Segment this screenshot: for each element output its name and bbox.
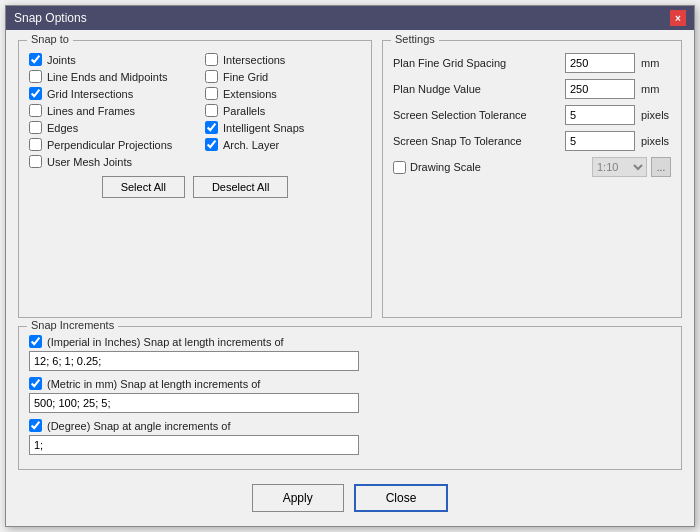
snap-options-dialog: Snap Options × Snap to Joints Line Ends … [5, 5, 695, 527]
snap-increments-panel: Snap Increments (Imperial in Inches) Sna… [18, 326, 682, 470]
drawingscale-checkbox[interactable] [393, 161, 406, 174]
lineends-checkbox[interactable] [29, 70, 42, 83]
intelligentsnaps-label: Intelligent Snaps [223, 122, 304, 134]
usermesh-checkbox[interactable] [29, 155, 42, 168]
close-icon-button[interactable]: × [670, 10, 686, 26]
dialog-content: Snap to Joints Line Ends and Midpoints [6, 30, 694, 526]
checkbox-usermesh: User Mesh Joints [29, 155, 185, 168]
top-section: Snap to Joints Line Ends and Midpoints [18, 40, 682, 318]
degree-label: (Degree) Snap at angle increments of [47, 420, 230, 432]
dialog-title: Snap Options [14, 11, 87, 25]
degree-input[interactable] [29, 435, 359, 455]
intersections-label: Intersections [223, 54, 285, 66]
screensnap-unit: pixels [641, 135, 671, 147]
snap-to-panel: Snap to Joints Line Ends and Midpoints [18, 40, 372, 318]
metric-input[interactable] [29, 393, 359, 413]
checkbox-linesframes: Lines and Frames [29, 104, 185, 117]
metric-increment-row: (Metric in mm) Snap at length increments… [29, 377, 671, 413]
setting-plannudge: Plan Nudge Value mm [393, 79, 671, 99]
snap-to-columns: Joints Line Ends and Midpoints Grid Inte… [29, 53, 361, 168]
perpendicular-checkbox[interactable] [29, 138, 42, 151]
checkbox-parallels: Parallels [205, 104, 361, 117]
imperial-checkbox[interactable] [29, 335, 42, 348]
close-button[interactable]: Close [354, 484, 449, 512]
checkbox-edges: Edges [29, 121, 185, 134]
setting-drawingscale: Drawing Scale 1:10 ... [393, 157, 671, 177]
settings-legend: Settings [391, 33, 439, 45]
snap-to-buttons-row: Select All Deselect All [29, 176, 361, 198]
metric-label: (Metric in mm) Snap at length increments… [47, 378, 260, 390]
plannudge-label: Plan Nudge Value [393, 83, 559, 95]
snap-to-legend: Snap to [27, 33, 73, 45]
screenselection-label: Screen Selection Tolerance [393, 109, 559, 121]
drawingscale-more-button[interactable]: ... [651, 157, 671, 177]
degree-checkbox[interactable] [29, 419, 42, 432]
settings-panel: Settings Plan Fine Grid Spacing mm Plan … [382, 40, 682, 318]
metric-checkbox-row: (Metric in mm) Snap at length increments… [29, 377, 671, 390]
screenselection-input[interactable] [565, 105, 635, 125]
checkbox-extensions: Extensions [205, 87, 361, 100]
setting-screensnap: Screen Snap To Tolerance pixels [393, 131, 671, 151]
checkbox-perpendicular: Perpendicular Projections [29, 138, 185, 151]
screensnap-label: Screen Snap To Tolerance [393, 135, 559, 147]
degree-checkbox-row: (Degree) Snap at angle increments of [29, 419, 671, 432]
imperial-checkbox-row: (Imperial in Inches) Snap at length incr… [29, 335, 671, 348]
degree-increment-row: (Degree) Snap at angle increments of [29, 419, 671, 455]
checkbox-intelligentsnaps: Intelligent Snaps [205, 121, 361, 134]
imperial-label: (Imperial in Inches) Snap at length incr… [47, 336, 284, 348]
apply-button[interactable]: Apply [252, 484, 344, 512]
intersections-checkbox[interactable] [205, 53, 218, 66]
checkbox-joints: Joints [29, 53, 185, 66]
snap-col-left: Joints Line Ends and Midpoints Grid Inte… [29, 53, 185, 168]
joints-label: Joints [47, 54, 76, 66]
lineends-label: Line Ends and Midpoints [47, 71, 167, 83]
finegrid-checkbox[interactable] [205, 70, 218, 83]
archlayer-checkbox[interactable] [205, 138, 218, 151]
imperial-increment-row: (Imperial in Inches) Snap at length incr… [29, 335, 671, 371]
plannudge-input[interactable] [565, 79, 635, 99]
setting-screenselection: Screen Selection Tolerance pixels [393, 105, 671, 125]
title-bar: Snap Options × [6, 6, 694, 30]
checkbox-finegrid: Fine Grid [205, 70, 361, 83]
perpendicular-label: Perpendicular Projections [47, 139, 172, 151]
settings-rows: Plan Fine Grid Spacing mm Plan Nudge Val… [393, 53, 671, 177]
planfinegrid-label: Plan Fine Grid Spacing [393, 57, 559, 69]
snap-increments-legend: Snap Increments [27, 319, 118, 331]
edges-label: Edges [47, 122, 78, 134]
linesframes-checkbox[interactable] [29, 104, 42, 117]
setting-planfinegrid: Plan Fine Grid Spacing mm [393, 53, 671, 73]
snap-col-right: Intersections Fine Grid Extensions [205, 53, 361, 168]
edges-checkbox[interactable] [29, 121, 42, 134]
linesframes-label: Lines and Frames [47, 105, 135, 117]
extensions-checkbox[interactable] [205, 87, 218, 100]
metric-checkbox[interactable] [29, 377, 42, 390]
joints-checkbox[interactable] [29, 53, 42, 66]
checkbox-lineends: Line Ends and Midpoints [29, 70, 185, 83]
checkbox-gridintersections: Grid Intersections [29, 87, 185, 100]
imperial-input[interactable] [29, 351, 359, 371]
drawingscale-label: Drawing Scale [410, 161, 588, 173]
screenselection-unit: pixels [641, 109, 671, 121]
deselect-all-button[interactable]: Deselect All [193, 176, 288, 198]
select-all-button[interactable]: Select All [102, 176, 185, 198]
planfinegrid-unit: mm [641, 57, 671, 69]
bottom-buttons: Apply Close [18, 478, 682, 516]
finegrid-label: Fine Grid [223, 71, 268, 83]
intelligentsnaps-checkbox[interactable] [205, 121, 218, 134]
checkbox-archlayer: Arch. Layer [205, 138, 361, 151]
usermesh-label: User Mesh Joints [47, 156, 132, 168]
screensnap-input[interactable] [565, 131, 635, 151]
plannudge-unit: mm [641, 83, 671, 95]
extensions-label: Extensions [223, 88, 277, 100]
gridintersections-checkbox[interactable] [29, 87, 42, 100]
gridintersections-label: Grid Intersections [47, 88, 133, 100]
planfinegrid-input[interactable] [565, 53, 635, 73]
drawingscale-select[interactable]: 1:10 [592, 157, 647, 177]
parallels-checkbox[interactable] [205, 104, 218, 117]
checkbox-intersections: Intersections [205, 53, 361, 66]
parallels-label: Parallels [223, 105, 265, 117]
archlayer-label: Arch. Layer [223, 139, 279, 151]
